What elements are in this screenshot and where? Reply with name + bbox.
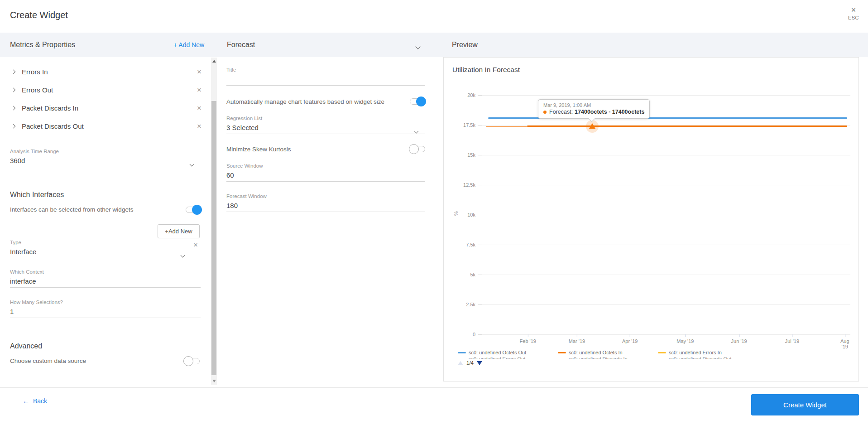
x-tick-label: Jun '19 — [731, 334, 747, 344]
legend-clipped-label: sc0: undefined Discards Out — [658, 357, 758, 359]
auto-manage-toggle[interactable] — [410, 98, 425, 105]
chevron-right-icon[interactable] — [11, 124, 16, 128]
scrollbar-thumb[interactable] — [211, 101, 216, 375]
add-new-interface-button[interactable]: +Add New — [158, 224, 200, 238]
how-many-selections-input[interactable]: 1 — [10, 308, 201, 318]
analysis-time-range-label: Analysis Time Range — [10, 149, 201, 155]
forecast-window-value: 180 — [226, 202, 238, 209]
widget-title-input[interactable] — [226, 75, 425, 86]
chevron-right-icon[interactable] — [11, 69, 16, 74]
legend-color-dash — [458, 352, 466, 353]
type-label: Type — [10, 240, 192, 246]
y-tick-label: 0 — [455, 332, 475, 337]
triangle-down-icon — [212, 380, 216, 382]
close-icon: × — [844, 6, 863, 14]
minimize-skew-label: Minimize Skew Kurtosis — [226, 146, 291, 153]
analysis-time-range-field: Analysis Time Range 360d — [10, 149, 201, 167]
y-tick-mark — [478, 95, 482, 96]
chevron-down-icon — [415, 44, 420, 49]
legend-item[interactable]: sc0: undefined Octets In — [558, 350, 658, 355]
legend-page-down-icon[interactable] — [477, 361, 482, 365]
metric-label: Packet Discards Out — [22, 122, 84, 130]
metric-item: Packet Discards In × — [10, 99, 201, 117]
remove-metric-button[interactable]: × — [197, 122, 201, 130]
triangle-up-icon — [212, 60, 216, 63]
source-window-input[interactable]: 60 — [226, 171, 425, 182]
forecast-window-input[interactable]: 180 — [226, 202, 425, 212]
y-tick-mark — [478, 245, 482, 245]
x-tick-label: Feb '19 — [520, 334, 536, 344]
source-window-value: 60 — [226, 171, 234, 179]
chart-title: Utilization In Forecast — [452, 66, 520, 74]
back-label: Back — [33, 397, 47, 405]
y-tick-mark — [478, 155, 482, 155]
custom-data-source-label: Choose custom data source — [10, 357, 86, 364]
regression-list-select[interactable]: 3 Selected — [226, 124, 425, 134]
regression-list-label: Regression List — [226, 116, 425, 122]
gridline — [482, 245, 850, 245]
legend-page-up-icon[interactable] — [458, 361, 463, 365]
legend-label: sc0: undefined Octets In — [569, 350, 623, 355]
close-button[interactable]: × ESC — [844, 6, 863, 20]
remove-interface-selector-button[interactable]: × — [193, 241, 198, 250]
interfaces-select-toggle[interactable] — [186, 207, 201, 213]
which-context-label: Which Context — [10, 269, 201, 275]
page-title: Create Widget — [10, 10, 68, 20]
x-tick-label: Apr '19 — [622, 334, 638, 344]
x-tick-label: Mar '19 — [569, 334, 585, 344]
legend-label: sc0: undefined Errors In — [669, 350, 722, 355]
type-select[interactable]: Interface — [10, 248, 192, 258]
forecast-collapse-button[interactable] — [416, 42, 420, 50]
chart-tooltip: Mar 9, 2019, 1:00 AM Forecast: 17400octe… — [538, 99, 650, 119]
scrollbar-up-button[interactable] — [211, 58, 217, 65]
create-widget-button[interactable]: Create Widget — [751, 394, 859, 415]
y-tick-label: 5k — [455, 272, 475, 277]
which-context-input[interactable]: interface — [10, 277, 201, 288]
chart-legend: sc0: undefined Octets Out sc0: undefined… — [458, 350, 758, 355]
how-many-selections-label: How Many Selections? — [10, 299, 201, 306]
widget-title-label: Title — [226, 67, 425, 73]
metric-item: Errors In × — [10, 63, 201, 81]
metrics-scrollbar[interactable] — [211, 58, 217, 385]
remove-metric-button[interactable]: × — [197, 86, 201, 94]
add-new-metric-link[interactable]: + Add New — [173, 33, 204, 57]
how-many-selections-value: 1 — [10, 308, 14, 315]
type-value: Interface — [10, 248, 36, 256]
chevron-down-icon — [181, 251, 184, 258]
y-tick-mark — [478, 275, 482, 275]
legend-item[interactable]: sc0: undefined Octets Out — [458, 350, 558, 355]
advanced-heading: Advanced — [10, 342, 42, 350]
preview-panel: Utilization In Forecast % 20k 17.5k 15k — [443, 57, 859, 382]
x-tick-label: Jul '19 — [785, 334, 799, 344]
series-line — [486, 126, 527, 127]
y-tick-mark — [478, 185, 482, 185]
metrics-properties-header: Metrics & Properties — [10, 33, 75, 57]
series-dot-icon — [543, 111, 547, 114]
scrollbar-down-button[interactable] — [211, 377, 217, 385]
gridline — [482, 185, 850, 185]
forecast-window-field: Forecast Window 180 — [226, 193, 425, 212]
legend-item[interactable]: sc0: undefined Errors In — [658, 350, 758, 355]
remove-metric-button[interactable]: × — [197, 104, 201, 112]
chevron-down-icon — [415, 126, 418, 134]
tooltip-value-row: Forecast: 17400octets - 17400octets — [543, 109, 644, 115]
chevron-down-icon — [190, 159, 193, 167]
tooltip-series-label: Forecast: — [549, 109, 573, 115]
x-tick-label: May '19 — [676, 334, 694, 344]
tooltip-timestamp: Mar 9, 2019, 1:00 AM — [543, 102, 644, 108]
preview-header: Preview — [452, 33, 478, 57]
gridline — [482, 95, 850, 96]
tooltip-value: 17400octets - 17400octets — [575, 109, 644, 115]
remove-metric-button[interactable]: × — [197, 68, 201, 76]
analysis-time-range-select[interactable]: 360d — [10, 157, 201, 167]
back-link[interactable]: ← Back — [23, 397, 47, 405]
which-context-value: interface — [10, 277, 36, 285]
minimize-skew-toggle[interactable] — [410, 146, 425, 152]
chevron-right-icon[interactable] — [11, 87, 16, 92]
chevron-right-icon[interactable] — [11, 106, 16, 110]
regression-list-field: Regression List 3 Selected — [226, 116, 425, 134]
custom-data-source-toggle[interactable] — [184, 358, 200, 364]
metric-item: Packet Discards Out × — [10, 117, 201, 135]
legend-color-dash — [558, 352, 566, 353]
back-arrow-icon: ← — [23, 397, 29, 405]
